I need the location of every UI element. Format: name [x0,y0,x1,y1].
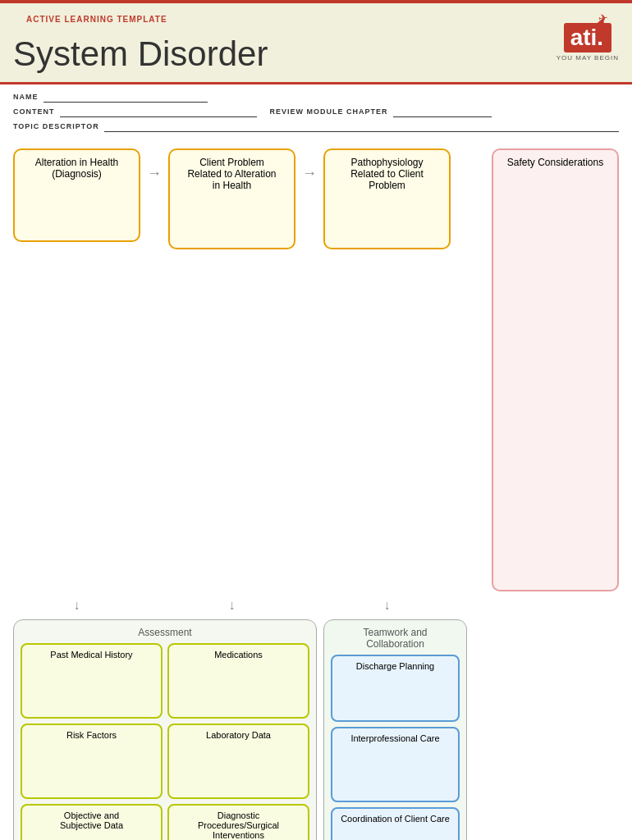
alteration-health-box: Alteration in Health(Diagnosis) [13,148,140,242]
arrow-right-2: → [302,148,317,182]
topic-row: TOPIC DESCRIPTOR [13,121,619,132]
interprofessional-label: Interprofessional Care [339,733,451,743]
laboratory-data-label: Laboratory Data [176,730,301,740]
arrow-right-1: → [147,148,162,182]
teamwork-title: Teamwork andCollaboration [331,627,460,650]
past-medical-history-label: Past Medical History [29,650,154,660]
ati-text: ati. [564,23,611,52]
arrow-down-1: ↓ [13,598,140,613]
teamwork-column: Teamwork andCollaboration Discharge Plan… [323,619,467,840]
safety-spacer [474,619,601,840]
header-section: ACTIVE LEARNING TEMPLATE System Disorder… [0,3,632,84]
content-input[interactable] [60,106,257,117]
discharge-planning-label: Discharge Planning [339,661,451,671]
safety-considerations-box: Safety Considerations [492,148,619,591]
diagnostic-cell: DiagnosticProcedures/SurgicalInterventio… [167,804,309,840]
past-medical-history-cell: Past Medical History [21,643,163,719]
coordination-label: Coordination of Client Care [339,814,451,824]
header-left: ACTIVE LEARNING TEMPLATE System Disorder [13,10,268,74]
medications-label: Medications [176,650,301,660]
discharge-planning-box: Discharge Planning [331,655,460,722]
ati-logo: ✈ ati. YOU MAY BEGIN [556,23,619,62]
name-label: NAME [13,93,39,101]
topic-input[interactable] [104,121,619,132]
top-boxes-row: Alteration in Health(Diagnosis) → Client… [13,148,619,591]
content-row: CONTENT REVIEW MODULE CHAPTER [13,106,619,117]
name-row: NAME [13,91,619,103]
teamwork-container: Teamwork andCollaboration Discharge Plan… [323,619,467,840]
review-module-input[interactable] [393,106,492,117]
middle-section: Assessment Past Medical History Medicati… [13,619,619,840]
main-content: Alteration in Health(Diagnosis) → Client… [0,139,632,840]
objective-subjective-cell: Objective andSubjective Data [21,804,163,840]
you-may-begin: YOU MAY BEGIN [556,54,619,62]
medications-cell: Medications [167,643,309,719]
assessment-grid: Past Medical History Medications Risk Fa… [21,643,309,840]
client-problem-label: Client ProblemRelated to Alterationin He… [176,157,287,191]
laboratory-data-cell: Laboratory Data [167,724,309,799]
objective-subjective-label: Objective andSubjective Data [29,810,154,830]
form-section: NAME CONTENT REVIEW MODULE CHAPTER TOPIC… [0,84,632,139]
active-learning-label: ACTIVE LEARNING TEMPLATE [26,15,167,24]
page-title: System Disorder [13,34,268,74]
topic-label: TOPIC DESCRIPTOR [13,122,99,130]
pathophysiology-label: PathophysiologyRelated to ClientProblem [332,157,442,191]
pathophysiology-box: PathophysiologyRelated to ClientProblem [323,148,451,249]
interprofessional-care-box: Interprofessional Care [331,727,460,802]
coordination-box: Coordination of Client Care [331,807,460,840]
alteration-health-label: Alteration in Health(Diagnosis) [21,157,132,180]
arrow-down-2: ↓ [168,598,295,613]
client-problem-box: Client ProblemRelated to Alterationin He… [168,148,295,249]
arrow-down-3: ↓ [323,598,451,613]
risk-factors-cell: Risk Factors [21,724,163,799]
diagnostic-label: DiagnosticProcedures/SurgicalInterventio… [176,810,301,840]
arrows-row: ↓ ↓ ↓ [13,598,619,613]
assessment-container: Assessment Past Medical History Medicati… [13,619,317,840]
name-input[interactable] [44,91,208,103]
risk-factors-label: Risk Factors [29,730,154,740]
safety-label: Safety Considerations [500,157,611,168]
content-label: CONTENT [13,107,55,116]
assessment-title: Assessment [21,627,309,638]
review-module-label: REVIEW MODULE CHAPTER [270,107,388,116]
